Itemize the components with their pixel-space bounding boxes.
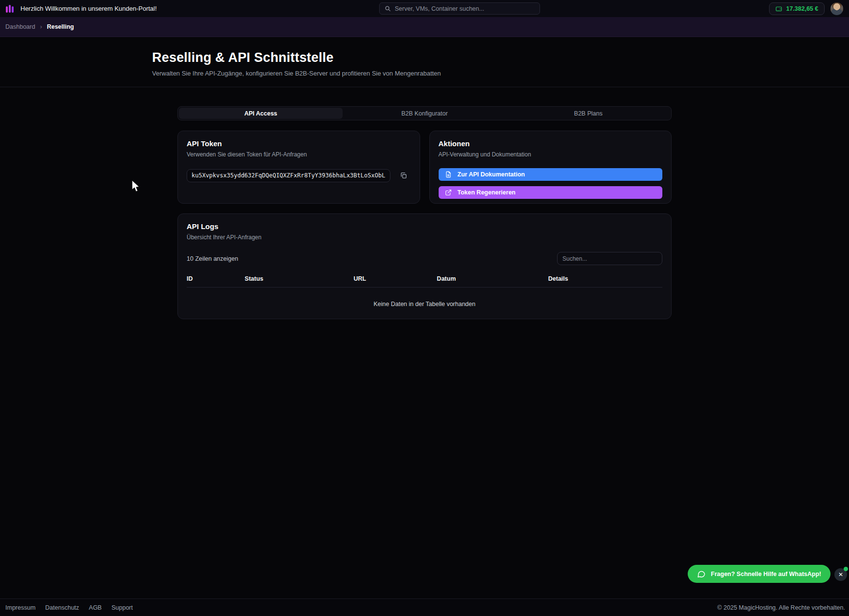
brand-logo-icon[interactable]	[6, 5, 14, 13]
api-token-title: API Token	[187, 139, 411, 148]
main-content: API Access B2B Konfigurator B2B Plans AP…	[177, 106, 672, 319]
search-icon	[385, 5, 391, 12]
chevron-right-icon: ›	[40, 23, 42, 30]
rows-per-page-select[interactable]: 10 Zeilen anzeigen	[187, 255, 238, 262]
regenerate-token-button[interactable]: Token Regenerieren	[439, 186, 663, 199]
whatsapp-close-button[interactable]: ✕	[834, 568, 847, 581]
global-search-input[interactable]	[395, 5, 535, 12]
balance-badge[interactable]: 17.382,65 €	[769, 2, 825, 15]
copy-token-button[interactable]	[396, 168, 411, 183]
breadcrumb: Dashboard › Reselling	[0, 17, 849, 37]
external-link-icon	[445, 189, 452, 196]
api-docs-button[interactable]: Zur API Dokumentation	[439, 168, 663, 181]
logs-table-header: ID Status URL Datum Details	[187, 275, 662, 288]
empty-table-message: Keine Daten in der Tabelle vorhanden	[187, 301, 662, 308]
breadcrumb-reselling: Reselling	[47, 23, 74, 30]
whatsapp-help-label: Fragen? Schnelle Hilfe auf WhatsApp!	[711, 571, 821, 578]
user-avatar[interactable]	[830, 2, 843, 15]
topbar: Herzlich Willkommen in unserem Kunden-Po…	[0, 0, 849, 17]
regenerate-token-label: Token Regenerieren	[458, 189, 516, 196]
wallet-icon	[775, 5, 782, 12]
document-icon	[445, 171, 452, 178]
footer-link-support[interactable]: Support	[112, 604, 133, 611]
online-status-dot	[844, 567, 848, 571]
mouse-cursor	[131, 179, 140, 193]
actions-subtitle: API-Verwaltung und Dokumentation	[439, 151, 663, 158]
page-title: Reselling & API Schnittstelle	[152, 50, 849, 65]
page-header: Reselling & API Schnittstelle Verwalten …	[0, 37, 849, 87]
global-search[interactable]	[379, 2, 540, 15]
tab-b2b-konfigurator[interactable]: B2B Konfigurator	[343, 108, 506, 119]
api-logs-card: API Logs Übersicht Ihrer API-Anfragen 10…	[177, 213, 672, 319]
column-details[interactable]: Details	[548, 275, 662, 282]
close-icon: ✕	[838, 571, 843, 578]
footer-link-datenschutz[interactable]: Datenschutz	[45, 604, 79, 611]
balance-amount: 17.382,65 €	[786, 5, 818, 12]
column-status[interactable]: Status	[245, 275, 354, 282]
footer-link-agb[interactable]: AGB	[89, 604, 101, 611]
copy-icon	[400, 172, 407, 179]
column-id[interactable]: ID	[187, 275, 245, 282]
logs-search-input[interactable]	[557, 252, 662, 265]
copyright-text: © 2025 MagicHosting. Alle Rechte vorbeha…	[717, 604, 845, 611]
footer: Impressum Datenschutz AGB Support © 2025…	[0, 598, 849, 616]
whatsapp-help-button[interactable]: Fragen? Schnelle Hilfe auf WhatsApp!	[688, 565, 830, 583]
api-logs-subtitle: Übersicht Ihrer API-Anfragen	[187, 234, 662, 241]
tab-api-access[interactable]: API Access	[179, 108, 343, 119]
column-url[interactable]: URL	[354, 275, 437, 282]
api-logs-title: API Logs	[187, 222, 662, 231]
welcome-text: Herzlich Willkommen in unserem Kunden-Po…	[20, 5, 157, 12]
chat-bubble-icon	[697, 570, 706, 578]
tab-b2b-plans[interactable]: B2B Plans	[506, 108, 670, 119]
footer-link-impressum[interactable]: Impressum	[5, 604, 36, 611]
tab-bar: API Access B2B Konfigurator B2B Plans	[177, 106, 672, 120]
column-datum[interactable]: Datum	[437, 275, 548, 282]
api-docs-label: Zur API Dokumentation	[458, 171, 525, 178]
page-subtitle: Verwalten Sie Ihre API-Zugänge, konfigur…	[152, 70, 849, 87]
api-token-input[interactable]	[187, 169, 390, 182]
breadcrumb-dashboard[interactable]: Dashboard	[5, 23, 35, 30]
actions-title: Aktionen	[439, 139, 663, 148]
api-token-card: API Token Verwenden Sie diesen Token für…	[177, 131, 420, 204]
actions-card: Aktionen API-Verwaltung und Dokumentatio…	[429, 131, 672, 204]
api-token-subtitle: Verwenden Sie diesen Token für API-Anfra…	[187, 151, 411, 158]
